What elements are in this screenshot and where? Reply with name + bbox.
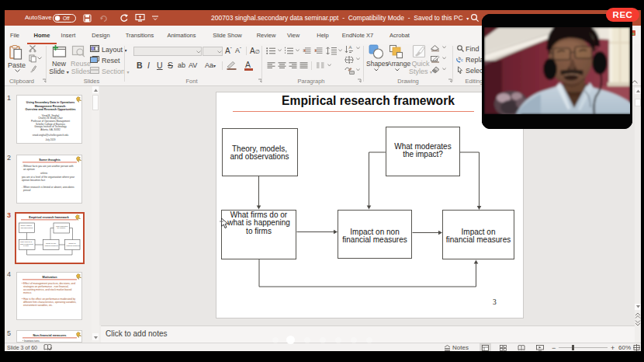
- svg-text:Motivation: Motivation: [43, 276, 58, 279]
- svg-text:Non-financial measures: Non-financial measures: [33, 334, 67, 337]
- svg-text:3: 3: [493, 298, 497, 306]
- svg-text:metrics: metrics: [23, 291, 32, 294]
- svg-text:and observations: and observations: [20, 226, 33, 228]
- svg-text:financial measures: financial measures: [66, 244, 79, 245]
- svg-text:c: c: [461, 57, 463, 62]
- svg-text:financial measures: financial measures: [44, 244, 57, 245]
- svg-text:to firms: to firms: [23, 245, 29, 246]
- svg-text:opinion becomes fact: opinion becomes fact: [22, 179, 45, 182]
- svg-text:Using Secondary Data in Operat: Using Secondary Data in Operations: [26, 101, 74, 104]
- svg-text:Empirical research framework: Empirical research framework: [29, 216, 68, 219]
- svg-text:environment variables, etc.: environment variables, etc.: [23, 304, 53, 307]
- svg-text:unless: unless: [40, 171, 48, 174]
- svg-text:A: A: [349, 45, 352, 50]
- svg-text:prevail: prevail: [23, 189, 31, 192]
- svg-text:Overview and Research Opportun: Overview and Research Opportunities: [25, 108, 75, 111]
- svg-text:Off: Off: [63, 16, 70, 21]
- svg-text:Management Research:: Management Research:: [35, 104, 66, 107]
- svg-text:vinod.singhal@scheller.gatech.: vinod.singhal@scheller.gatech.edu: [33, 133, 69, 136]
- svg-text:Some thoughts: Some thoughts: [39, 158, 61, 162]
- svg-text:Atlanta, GA, 30332: Atlanta, GA, 30332: [40, 128, 61, 131]
- svg-text:July 2019: July 2019: [46, 138, 56, 141]
- svg-text:an opinion: an opinion: [23, 168, 35, 171]
- svg-text:the impact?: the impact?: [57, 227, 66, 228]
